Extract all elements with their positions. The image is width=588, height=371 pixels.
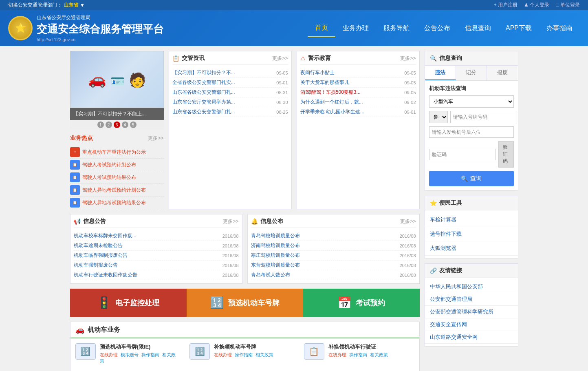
banner-dot-5[interactable]: 5 (130, 121, 137, 128)
info-pub-more[interactable]: 更多>> (400, 218, 416, 225)
notice-item-1: 机动车校车标牌未交回作废... 2016/08 (74, 231, 239, 241)
province-select-input[interactable]: 鲁 (429, 111, 448, 123)
hot-link-3[interactable]: 驾驶人考试预约结果公布 (82, 174, 136, 181)
warn-link-3[interactable]: 酒驾!醉驾！车损500要赔3... (300, 89, 361, 96)
banner-dot-4[interactable]: 4 (122, 121, 128, 128)
logo-emblem: ⭐ (8, 16, 33, 40)
link-4[interactable]: 交通安全宣传网 (425, 318, 518, 331)
plate-icon: 🔢 (210, 296, 224, 309)
info-notice-more[interactable]: 更多>> (223, 218, 238, 225)
nav-app[interactable]: APP下载 (498, 20, 539, 37)
service-guide-3[interactable]: 操作指南 (349, 352, 367, 357)
traffic-link-2[interactable]: 全省各级公安交警部门扎实... (172, 79, 235, 86)
tab-violation[interactable]: 违法 (425, 66, 456, 80)
traffic-news-more[interactable]: 更多>> (272, 55, 288, 62)
warn-link-1[interactable]: 夜间行车小贴士 (300, 69, 335, 76)
banner-dot-2[interactable]: 2 (106, 121, 112, 128)
pub-link-4[interactable]: 东营驾校培训质量公布 (251, 262, 300, 269)
service-guide-2[interactable]: 操作指南 (235, 352, 253, 357)
link-5[interactable]: 山东道路交通安全网 (425, 331, 518, 344)
notice-link-3[interactable]: 机动车临界强制报废公告 (74, 252, 128, 259)
hot-link-2[interactable]: 驾驶人考试预约计划公布 (82, 161, 136, 168)
query-button[interactable]: 🔍 查询 (429, 171, 514, 186)
hot-item-5: 📋 驾驶人异地考试预约结果公布 (70, 197, 164, 209)
traffic-link-1[interactable]: 【实习期】不可以扣分？不... (172, 69, 235, 76)
province-switcher[interactable]: 切换公安交通管理部门： 山东省 ▼ (8, 2, 85, 9)
captcha-row: 验证码 (429, 141, 514, 168)
warn-link-5[interactable]: 开学季来临 幼儿园小学生这... (300, 108, 364, 115)
service-guide-1[interactable]: 操作指南 (141, 352, 159, 357)
captcha-image[interactable]: 验证码 (498, 141, 514, 168)
notice-link-4[interactable]: 机动车强制报废公告 (74, 262, 118, 269)
tool-1[interactable]: 车检计算器 (425, 213, 518, 227)
traffic-link-4[interactable]: 山东省公安厅交管局举办第... (172, 99, 235, 106)
nav-service[interactable]: 服务导航 (376, 20, 417, 37)
action-monitor[interactable]: 🚦 电子监控处理 (70, 289, 187, 317)
hot-icon-5: 📋 (70, 198, 80, 208)
pub-item-5: 青岛考试人数公布 2016/08 (251, 270, 416, 280)
register-link[interactable]: + 用户注册 (494, 2, 518, 9)
unit-login-link[interactable]: □ 单位登录 (556, 2, 580, 9)
link-2[interactable]: 公安部交通管理局 (425, 293, 518, 306)
province-dropdown-icon[interactable]: ▼ (80, 2, 85, 8)
warn-link-2[interactable]: 关于大货车的那些事儿 (300, 79, 349, 86)
warn-item-4: 为什么遇到一个红灯后，就... 09-02 (300, 97, 416, 107)
nav-guide[interactable]: 办事指南 (539, 20, 580, 37)
personal-login-link[interactable]: ♟ 个人登录 (524, 2, 549, 9)
hot-item-2: 📋 驾驶人考试预约计划公布 (70, 159, 164, 171)
notice-link-2[interactable]: 机动车途期未检验公告 (74, 242, 123, 249)
traffic-link-3[interactable]: 山东省各级公安交警部门扎... (172, 89, 235, 96)
middle-section: 📢 信息公告 更多>> 机动车校车标牌未交回作废... 2016/08 机动车途… (70, 214, 420, 284)
service-online-2[interactable]: 在线办理 (214, 352, 232, 357)
plate-number-input[interactable] (450, 111, 517, 123)
link-3[interactable]: 公安部交通管理科学研究所 (425, 306, 518, 318)
action-plate[interactable]: 🔢 预选机动车号牌 (187, 289, 303, 317)
service-policy-3[interactable]: 相关政策 (370, 352, 388, 357)
pub-link-3[interactable]: 寒庄驾校培训质量公布 (251, 252, 300, 259)
service-online-1[interactable]: 在线办理 (100, 352, 118, 357)
warn-date-2: 09-05 (404, 80, 416, 85)
notice-link-5[interactable]: 机动车行驶证未收回作废公告 (74, 272, 137, 278)
engine-number-input[interactable] (429, 126, 514, 138)
notice-link-1[interactable]: 机动车校车标牌未交回作废... (74, 232, 137, 239)
business-hot-more[interactable]: 更多>> (148, 135, 163, 142)
warn-edu-header: ⚠ 警示教育 更多>> (300, 55, 416, 65)
hot-link-4[interactable]: 驾驶人异地考试预约计划公布 (82, 187, 146, 194)
pub-link-5[interactable]: 青岛考试人数公布 (251, 272, 290, 278)
banner-dot-1[interactable]: 1 (97, 121, 104, 128)
hot-link-1[interactable]: 重点机动车严重违法行为公示 (82, 149, 146, 156)
service-simulate-1[interactable]: 模拟选号 (121, 352, 139, 357)
megaphone-icon: 📢 (74, 218, 81, 225)
nav-home[interactable]: 首页 (308, 20, 335, 37)
warn-item-3: 酒驾!醉驾！车损500要赔3... 09-05 (300, 88, 416, 97)
tool-2[interactable]: 选号控件下载 (425, 227, 518, 241)
monitor-icon: 🚦 (97, 296, 111, 309)
tab-scrap[interactable]: 报废 (487, 66, 518, 80)
pub-link-2[interactable]: 济南驾校培训质量公布 (251, 242, 300, 249)
hot-link-5[interactable]: 驾驶人异地考试预约结果公布 (82, 199, 146, 206)
motor-title: 机动车业务 (88, 326, 120, 334)
nav-announce[interactable]: 公告公布 (417, 20, 458, 37)
link-1[interactable]: 中华人民共和国公安部 (425, 280, 518, 293)
pub-link-1[interactable]: 青岛驾校培训质量公布 (251, 232, 300, 239)
main-nav: 首页 业务办理 服务导航 公告公布 信息查询 APP下载 办事指南 (308, 20, 580, 37)
car-type-select[interactable]: 小型汽车 大型汽车 摩托车 其他 (429, 95, 514, 108)
traffic-date-4: 08-30 (276, 100, 288, 105)
service-online-3[interactable]: 在线办理 (328, 352, 346, 357)
captcha-input[interactable] (429, 149, 496, 160)
nav-business[interactable]: 业务办理 (335, 20, 376, 37)
service-icon-3: 📋 (304, 343, 324, 360)
tool-3[interactable]: 火狐浏览器 (425, 241, 518, 256)
friend-links-block: 🔗 友情链接 中华人民共和国公安部 公安部交通管理局 公安部交通管理科学研究所 … (425, 263, 518, 347)
warn-edu-more[interactable]: 更多>> (400, 55, 416, 62)
friend-links-header: 🔗 友情链接 (425, 264, 518, 278)
service-policy-2[interactable]: 相关政策 (255, 352, 273, 357)
traffic-link-5[interactable]: 山东省各级公安交警部门扎... (172, 108, 235, 115)
tab-score[interactable]: 记分 (456, 66, 487, 80)
banner-dot-3[interactable]: 3 (114, 121, 120, 128)
nav-info[interactable]: 信息查询 (458, 20, 498, 37)
warn-link-4[interactable]: 为什么遇到一个红灯后，就... (300, 99, 363, 106)
action-exam[interactable]: 📅 考试预约 (303, 289, 420, 317)
warn-date-5: 09-01 (404, 110, 416, 115)
query-section: 机动车违法查询 小型汽车 大型汽车 摩托车 其他 鲁 (425, 81, 518, 190)
